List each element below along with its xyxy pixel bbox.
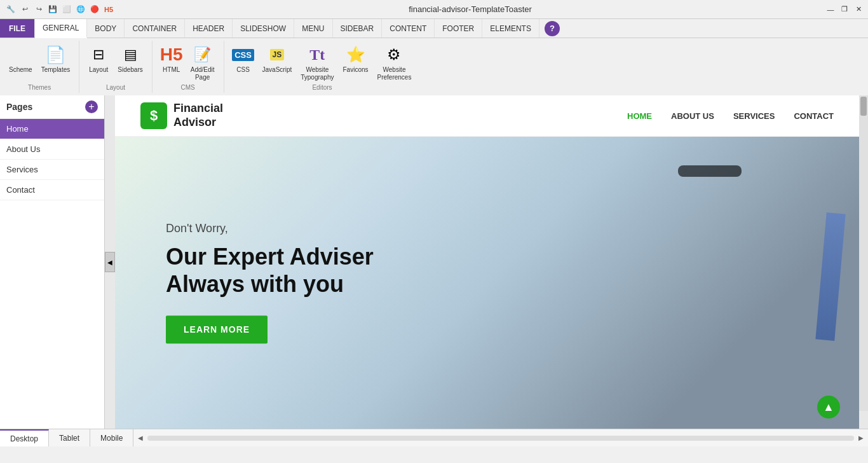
logo-icon-symbol: $ [150, 107, 158, 124]
website-preferences-label: WebsitePreferences [377, 66, 412, 81]
minimize-btn[interactable]: — [826, 5, 835, 14]
website-typography-button[interactable]: Tt WebsiteTypography [297, 43, 337, 83]
tab-footer[interactable]: FOOTER [435, 19, 482, 38]
scroll-right-btn[interactable]: ▶ [857, 434, 865, 443]
layout-button[interactable]: ⊟ Layout [85, 43, 112, 75]
canvas-area: ◀ $ Financial Advisor HOME [105, 95, 868, 429]
layout-group-label: Layout [82, 83, 149, 93]
add-page-icon: 📝 [193, 45, 213, 65]
css-icon: CSS [233, 45, 254, 65]
website-preview: $ Financial Advisor HOME ABOUT US SERVIC… [115, 95, 859, 429]
logo-line1: Financial [173, 102, 223, 116]
pages-sidebar: Pages + Home About Us Services Contact [0, 95, 105, 429]
tab-body[interactable]: BODY [87, 19, 125, 38]
sidebar-item-about-us[interactable]: About Us [0, 139, 104, 160]
hero-title-line1: Our Expert Adviser [166, 243, 374, 270]
css-button[interactable]: CSS CSS [229, 43, 257, 75]
tab-container[interactable]: CONTAINER [125, 19, 185, 38]
js-icon: JS [267, 45, 287, 65]
tab-content[interactable]: CONTENT [382, 19, 435, 38]
hero-title-line2: Always with you [166, 270, 374, 298]
sidebar-item-contact[interactable]: Contact [0, 180, 104, 200]
hero-subtitle: Don't Worry, [166, 222, 374, 235]
ribbon-content: Scheme 📄 Templates Themes ⊟ Layout ▤ Sid… [0, 38, 868, 95]
javascript-label: JavaScript [262, 66, 292, 74]
tab-general[interactable]: GENERAL [35, 19, 87, 38]
cms-group-label: CMS [155, 83, 221, 93]
html-button[interactable]: H5 HTML [158, 43, 186, 75]
window-title: financial-advisor-TemplateToaster [114, 4, 826, 14]
add-edit-page-button[interactable]: 📝 Add/EditPage [187, 43, 219, 83]
add-edit-page-label: Add/EditPage [191, 66, 215, 81]
typography-icon: Tt [307, 45, 327, 65]
tab-header[interactable]: HEADER [185, 19, 233, 38]
tab-desktop[interactable]: Desktop [0, 429, 49, 446]
restore-btn[interactable]: ❐ [840, 5, 849, 14]
javascript-button[interactable]: JS JavaScript [259, 43, 296, 75]
website-typography-label: WebsiteTypography [301, 66, 334, 81]
scroll-left-btn[interactable]: ◀ [136, 434, 145, 443]
nav-about-us[interactable]: ABOUT US [671, 111, 714, 121]
sidebar-item-home[interactable]: Home [0, 119, 104, 139]
tab-mobile[interactable]: Mobile [90, 429, 133, 446]
app-icon: 🔧 [5, 4, 17, 15]
collapse-sidebar-btn[interactable]: ◀ [105, 252, 115, 272]
redo-btn[interactable]: ↪ [33, 4, 44, 15]
preview-nav: $ Financial Advisor HOME ABOUT US SERVIC… [115, 95, 859, 137]
scheme-icon [10, 45, 31, 65]
view-tabs: Desktop Tablet Mobile [0, 429, 133, 446]
icon2[interactable]: 🌐 [75, 4, 86, 15]
ribbon-group-layout-items: ⊟ Layout ▤ Sidebars [82, 41, 149, 83]
editors-group-label: Editors [227, 83, 418, 93]
icon3[interactable]: 🔴 [89, 4, 100, 15]
close-btn[interactable]: ✕ [854, 5, 863, 14]
vertical-scrollbar[interactable] [859, 95, 868, 411]
scroll-up-btn[interactable]: ▲ [817, 396, 840, 418]
html-label: HTML [163, 66, 180, 74]
favicons-button[interactable]: ⭐ Favicons [339, 43, 372, 75]
html5-icon: H5 [161, 45, 182, 65]
tab-tablet[interactable]: Tablet [49, 429, 90, 446]
logo-line2: Advisor [173, 116, 223, 130]
tab-slideshow[interactable]: SLIDESHOW [233, 19, 294, 38]
tab-sidebar[interactable]: SIDEBAR [333, 19, 383, 38]
ribbon-group-cms-items: H5 HTML 📝 Add/EditPage [155, 41, 221, 83]
title-bar: 🔧 ↩ ↪ 💾 ⬜ 🌐 🔴 H5 financial-advisor-Templ… [0, 0, 868, 19]
scroll-track[interactable] [147, 436, 854, 441]
hero-image-area [376, 137, 859, 429]
scrollbar-thumb[interactable] [860, 97, 867, 116]
hero-image [376, 137, 859, 429]
icon1[interactable]: ⬜ [61, 4, 72, 15]
ribbon-tab-bar: FILE GENERAL BODY CONTAINER HEADER SLIDE… [0, 19, 868, 38]
hero-content: Don't Worry, Our Expert Adviser Always w… [166, 222, 374, 343]
nav-services[interactable]: SERVICES [733, 111, 775, 121]
tab-elements[interactable]: ELEMENTS [482, 19, 539, 38]
sidebars-label: Sidebars [118, 66, 142, 74]
scheme-label: Scheme [9, 66, 32, 74]
save-btn[interactable]: 💾 [47, 4, 58, 15]
add-page-btn[interactable]: + [85, 100, 98, 113]
undo-btn[interactable]: ↩ [19, 4, 31, 15]
help-btn[interactable]: ? [545, 21, 560, 36]
preferences-icon: ⚙ [384, 45, 404, 65]
sidebars-button[interactable]: ▤ Sidebars [114, 43, 146, 75]
main-layout: Pages + Home About Us Services Contact ◀… [0, 95, 868, 429]
tab-menu[interactable]: MENU [294, 19, 332, 38]
scheme-button[interactable]: Scheme [5, 43, 36, 75]
hero-cta-button[interactable]: LEARN MORE [166, 315, 268, 343]
logo-text: Financial Advisor [173, 102, 223, 129]
nav-contact[interactable]: CONTACT [794, 111, 834, 121]
website-preferences-button[interactable]: ⚙ WebsitePreferences [374, 43, 416, 83]
sidebar-item-services[interactable]: Services [0, 160, 104, 180]
templates-label: Templates [41, 66, 71, 74]
tab-file[interactable]: FILE [0, 19, 35, 38]
layout-icon: ⊟ [88, 45, 109, 65]
favicons-icon: ⭐ [346, 45, 366, 65]
hero-section: Don't Worry, Our Expert Adviser Always w… [115, 137, 859, 429]
titlebar-left: 🔧 ↩ ↪ 💾 ⬜ 🌐 🔴 H5 [5, 4, 114, 15]
glasses-bar [678, 165, 742, 177]
nav-home[interactable]: HOME [627, 111, 652, 121]
templates-button[interactable]: 📄 Templates [37, 43, 74, 75]
layout-label: Layout [89, 66, 108, 74]
ribbon-group-editors-items: CSS CSS JS JavaScript Tt WebsiteTypograp… [227, 41, 418, 83]
